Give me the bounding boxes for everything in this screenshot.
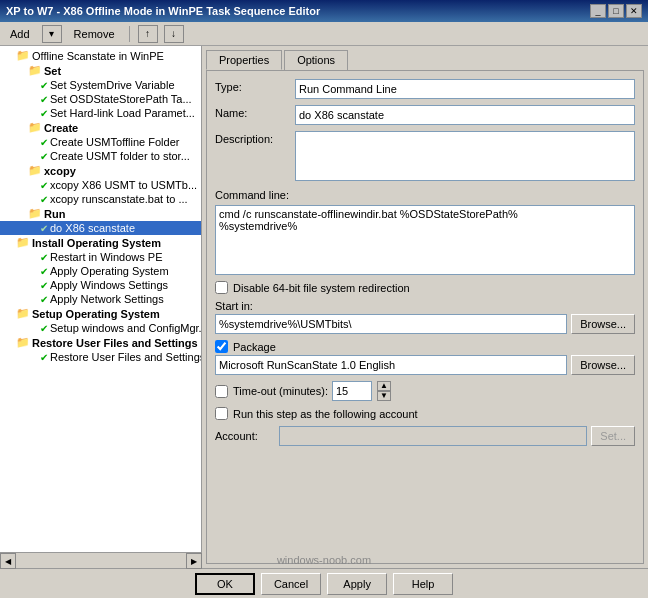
- tree-group-create-label: Create: [44, 122, 78, 134]
- tabs: Properties Options: [202, 46, 648, 70]
- folder-icon: 📁: [16, 307, 30, 320]
- menu-remove[interactable]: Remove: [68, 26, 121, 42]
- tree-item-6[interactable]: ✔ xcopy X86 USMT to USMTb...: [0, 178, 201, 192]
- check-icon: ✔: [40, 80, 48, 91]
- ok-button[interactable]: OK: [195, 573, 255, 595]
- window-controls[interactable]: _ □ ✕: [590, 4, 642, 18]
- toolbar-btn-3[interactable]: ↓: [164, 25, 184, 43]
- tree-group-restore[interactable]: 📁 Restore User Files and Settings: [0, 335, 201, 350]
- tree-root[interactable]: 📁 Offline Scanstate in WinPE: [0, 48, 201, 63]
- scroll-left-btn[interactable]: ◀: [0, 553, 16, 569]
- scroll-track: [16, 553, 186, 568]
- title-bar: XP to W7 - X86 Offline Mode in WinPE Tas…: [0, 0, 648, 22]
- timeout-input[interactable]: [332, 381, 372, 401]
- tree-item-14[interactable]: ✔ Restore User Files and Settings: [0, 350, 201, 364]
- start-in-input[interactable]: [215, 314, 567, 334]
- description-textarea[interactable]: [295, 131, 635, 181]
- folder-icon: 📁: [28, 207, 42, 220]
- tree-item-8[interactable]: ✔ do X86 scanstate: [0, 221, 201, 235]
- tree-item-9[interactable]: ✔ Restart in Windows PE: [0, 250, 201, 264]
- tree-item-12[interactable]: ✔ Apply Network Settings: [0, 292, 201, 306]
- tree-item-7[interactable]: ✔ xcopy runscanstate.bat to ...: [0, 192, 201, 206]
- runas-checkbox[interactable]: [215, 407, 228, 420]
- properties-panel: Type: Name: Description:: [206, 70, 644, 564]
- name-label: Name:: [215, 105, 295, 119]
- tree-group-setup-os[interactable]: 📁 Setup Operating System: [0, 306, 201, 321]
- tree-item-label: Setup windows and ConfigMgr...: [50, 322, 202, 334]
- window-title: XP to W7 - X86 Offline Mode in WinPE Tas…: [6, 5, 320, 17]
- folder-icon: 📁: [16, 236, 30, 249]
- tree-group-set[interactable]: 📁 Set: [0, 63, 201, 78]
- toolbar-btn-2[interactable]: ↑: [138, 25, 158, 43]
- type-input[interactable]: [295, 79, 635, 99]
- tree-item-label: do X86 scanstate: [50, 222, 135, 234]
- browse-start-button[interactable]: Browse...: [571, 314, 635, 334]
- scroll-right-btn[interactable]: ▶: [186, 553, 202, 569]
- tree-group-restore-label: Restore User Files and Settings: [32, 337, 198, 349]
- tab-properties[interactable]: Properties: [206, 50, 282, 70]
- tree-item-label: Restore User Files and Settings: [50, 351, 202, 363]
- h-scrollbar[interactable]: ◀ ▶: [0, 552, 202, 568]
- tree-group-xcopy-label: xcopy: [44, 165, 76, 177]
- timeout-spinner[interactable]: ▲ ▼: [377, 381, 391, 401]
- spinner-down[interactable]: ▼: [377, 391, 391, 401]
- check-icon: ✔: [40, 352, 48, 363]
- folder-icon: 📁: [28, 164, 42, 177]
- tree-group-run[interactable]: 📁 Run: [0, 206, 201, 221]
- tree-group-create[interactable]: 📁 Create: [0, 120, 201, 135]
- apply-button[interactable]: Apply: [327, 573, 387, 595]
- tree-root-label: Offline Scanstate in WinPE: [32, 50, 164, 62]
- command-label: Command line:: [215, 189, 635, 201]
- tree-item-label: xcopy X86 USMT to USMTb...: [50, 179, 197, 191]
- timeout-row: Time-out (minutes): ▲ ▼: [215, 381, 635, 401]
- tree-item-label: Apply Windows Settings: [50, 279, 168, 291]
- command-section: Command line: cmd /c runscanstate-offlin…: [215, 189, 635, 277]
- tree-item-label: Restart in Windows PE: [50, 251, 162, 263]
- tree-item-10[interactable]: ✔ Apply Operating System: [0, 264, 201, 278]
- cancel-button[interactable]: Cancel: [261, 573, 321, 595]
- tree-item-label: Apply Operating System: [50, 265, 169, 277]
- account-input[interactable]: [279, 426, 587, 446]
- right-panel: Properties Options Type: Name: Descri: [202, 46, 648, 568]
- menu-add[interactable]: Add: [4, 26, 36, 42]
- tree-item-label: Apply Network Settings: [50, 293, 164, 305]
- package-input[interactable]: [215, 355, 567, 375]
- tree-item-1[interactable]: ✔ Set SystemDrive Variable: [0, 78, 201, 92]
- command-textarea[interactable]: cmd /c runscanstate-offlinewindir.bat %O…: [215, 205, 635, 275]
- timeout-checkbox[interactable]: [215, 385, 228, 398]
- help-button[interactable]: Help: [393, 573, 453, 595]
- set-button[interactable]: Set...: [591, 426, 635, 446]
- spinner-up[interactable]: ▲: [377, 381, 391, 391]
- separator: [129, 26, 130, 42]
- package-checkbox[interactable]: [215, 340, 228, 353]
- tree-item-11[interactable]: ✔ Apply Windows Settings: [0, 278, 201, 292]
- minimize-button[interactable]: _: [590, 4, 606, 18]
- disable64-checkbox[interactable]: [215, 281, 228, 294]
- left-panel[interactable]: 📁 Offline Scanstate in WinPE 📁 Set ✔ Set…: [0, 46, 202, 568]
- close-button[interactable]: ✕: [626, 4, 642, 18]
- disable64-label: Disable 64-bit file system redirection: [233, 282, 410, 294]
- tree-group-install-os[interactable]: 📁 Install Operating System: [0, 235, 201, 250]
- tree-item-3[interactable]: ✔ Set Hard-link Load Paramet...: [0, 106, 201, 120]
- main-content: 📁 Offline Scanstate in WinPE 📁 Set ✔ Set…: [0, 46, 648, 568]
- type-label: Type:: [215, 79, 295, 93]
- check-icon: ✔: [40, 294, 48, 305]
- maximize-button[interactable]: □: [608, 4, 624, 18]
- browse-package-button[interactable]: Browse...: [571, 355, 635, 375]
- tree-item-2[interactable]: ✔ Set OSDStateStorePath Ta...: [0, 92, 201, 106]
- check-icon: ✔: [40, 323, 48, 334]
- folder-icon: 📁: [16, 49, 30, 62]
- name-input[interactable]: [295, 105, 635, 125]
- disable64-row: Disable 64-bit file system redirection: [215, 281, 635, 294]
- tab-options[interactable]: Options: [284, 50, 348, 70]
- runas-row: Run this step as the following account: [215, 407, 635, 420]
- tree-item-13[interactable]: ✔ Setup windows and ConfigMgr...: [0, 321, 201, 335]
- toolbar-btn-1[interactable]: ▾: [42, 25, 62, 43]
- tree-item-4[interactable]: ✔ Create USMToffline Folder: [0, 135, 201, 149]
- folder-icon: 📁: [16, 336, 30, 349]
- runas-label: Run this step as the following account: [233, 408, 418, 420]
- tree-group-xcopy[interactable]: 📁 xcopy: [0, 163, 201, 178]
- tree-item-5[interactable]: ✔ Create USMT folder to stor...: [0, 149, 201, 163]
- tree-item-label: Create USMT folder to stor...: [50, 150, 190, 162]
- tree-item-label: Set Hard-link Load Paramet...: [50, 107, 195, 119]
